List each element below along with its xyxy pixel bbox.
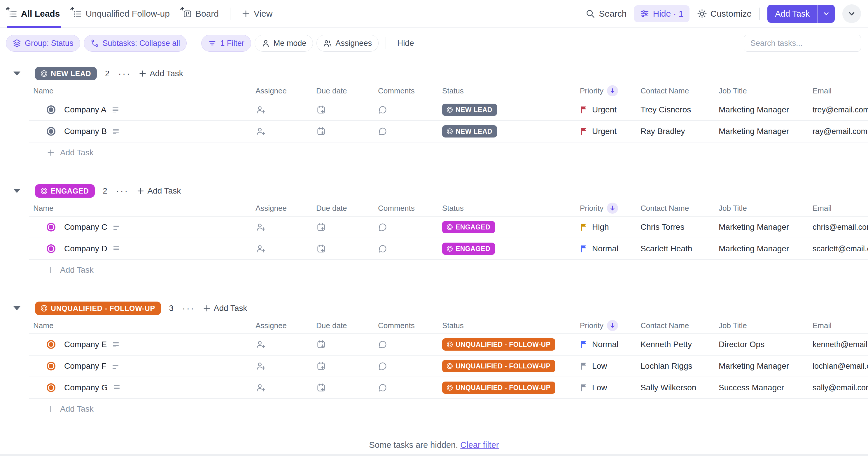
clear-filter-link[interactable]: Clear filter — [460, 440, 499, 450]
description-icon[interactable] — [112, 341, 120, 348]
column-priority[interactable]: Priority — [577, 203, 638, 214]
add-task-dropdown[interactable] — [818, 5, 835, 23]
contact-name-cell[interactable]: Kenneth Petty — [638, 340, 716, 349]
task-row[interactable]: Company C ENGAGED High Chris Torres Mark… — [29, 217, 868, 238]
due-date-add-icon[interactable] — [313, 383, 375, 393]
customize-button[interactable]: Customize — [697, 9, 752, 19]
column-contact-name[interactable]: Contact Name — [638, 204, 716, 213]
email-cell[interactable]: scarlett@email.com — [810, 244, 868, 253]
task-name[interactable]: Company G — [64, 383, 107, 392]
task-row[interactable]: Company E UNQUALIFIED - FOLLOW-UP Normal… — [29, 334, 868, 355]
description-icon[interactable] — [112, 106, 119, 114]
column-due-date[interactable]: Due date — [313, 86, 375, 95]
task-row[interactable]: Company D ENGAGED Normal Scarlett Heath … — [29, 238, 868, 260]
collapse-header-button[interactable] — [842, 4, 861, 23]
due-date-add-icon[interactable] — [313, 126, 375, 136]
sort-descending-icon[interactable] — [607, 320, 618, 331]
task-name[interactable]: Company C — [64, 223, 107, 232]
email-cell[interactable]: trey@email.com — [810, 105, 868, 114]
sort-descending-icon[interactable] — [607, 85, 618, 96]
job-title-cell[interactable]: Marketing Manager — [716, 244, 810, 253]
column-assignee[interactable]: Assignee — [253, 86, 313, 95]
column-name[interactable]: Name — [29, 86, 253, 95]
search-tasks-input[interactable] — [744, 35, 861, 52]
status-badge[interactable]: ENGAGED — [442, 221, 495, 233]
collapse-group-icon[interactable] — [13, 306, 21, 310]
more-menu-icon[interactable]: ··· — [182, 303, 195, 314]
due-date-add-icon[interactable] — [313, 222, 375, 232]
group-status-badge[interactable]: UNQUALIFIED - FOLLOW-UP — [35, 302, 161, 315]
task-name[interactable]: Company B — [64, 127, 107, 136]
due-date-add-icon[interactable] — [313, 244, 375, 254]
tab-all-leads[interactable]: All Leads — [8, 0, 60, 27]
email-cell[interactable]: sally@email.com — [810, 383, 868, 392]
job-title-cell[interactable]: Marketing Manager — [716, 127, 810, 136]
assignee-add-icon[interactable] — [253, 244, 313, 254]
job-title-cell[interactable]: Success Manager — [716, 383, 810, 392]
task-row[interactable]: Company F UNQUALIFIED - FOLLOW-UP Low Lo… — [29, 355, 868, 377]
contact-name-cell[interactable]: Ray Bradley — [638, 127, 716, 136]
priority-cell[interactable]: Urgent — [577, 105, 638, 114]
task-status-icon[interactable] — [46, 244, 55, 253]
add-task-row[interactable]: Add Task — [29, 399, 868, 419]
description-icon[interactable] — [113, 245, 120, 253]
comment-icon[interactable] — [375, 105, 439, 114]
tab-unqualified-follow-up[interactable]: Unqualified Follow-up — [73, 0, 170, 27]
comment-icon[interactable] — [375, 362, 439, 371]
job-title-cell[interactable]: Marketing Manager — [716, 105, 810, 114]
description-icon[interactable] — [113, 384, 120, 392]
description-icon[interactable] — [112, 362, 119, 370]
tab-board[interactable]: Board — [183, 0, 219, 27]
task-status-icon[interactable] — [46, 340, 55, 349]
group-add-task-button[interactable]: Add Task — [138, 69, 183, 78]
status-badge[interactable]: NEW LEAD — [442, 125, 497, 138]
task-name[interactable]: Company F — [64, 362, 106, 371]
group-status-badge[interactable]: ENGAGED — [35, 184, 95, 198]
priority-cell[interactable]: Normal — [577, 244, 638, 253]
assignee-add-icon[interactable] — [253, 105, 313, 115]
priority-cell[interactable]: Low — [577, 383, 638, 392]
task-status-icon[interactable] — [46, 223, 55, 231]
task-status-icon[interactable] — [46, 383, 55, 392]
contact-name-cell[interactable]: Lochlan Riggs — [638, 362, 716, 371]
column-assignee[interactable]: Assignee — [253, 321, 313, 330]
group-by-pill[interactable]: Group: Status — [6, 35, 80, 52]
task-row[interactable]: Company B NEW LEAD Urgent Ray Bradley Ma… — [29, 121, 868, 142]
column-contact-name[interactable]: Contact Name — [638, 86, 716, 95]
task-row[interactable]: Company G UNQUALIFIED - FOLLOW-UP Low Sa… — [29, 377, 868, 399]
add-task-button[interactable]: Add Task — [767, 5, 835, 23]
email-cell[interactable]: kenneth@email.com — [810, 340, 868, 349]
email-cell[interactable]: lochlan@email.com — [810, 362, 868, 371]
sort-descending-icon[interactable] — [607, 203, 618, 214]
task-name[interactable]: Company D — [64, 244, 107, 253]
job-title-cell[interactable]: Director Ops — [716, 340, 810, 349]
task-name[interactable]: Company A — [64, 105, 106, 114]
description-icon[interactable] — [112, 127, 120, 135]
task-status-icon[interactable] — [46, 127, 55, 136]
add-task-row[interactable]: Add Task — [29, 260, 868, 280]
column-comments[interactable]: Comments — [375, 204, 439, 213]
group-status-badge[interactable]: NEW LEAD — [35, 67, 97, 80]
column-job-title[interactable]: Job Title — [716, 86, 810, 95]
hide-filters-button[interactable]: Hide — [397, 38, 414, 48]
column-status[interactable]: Status — [439, 321, 577, 330]
comment-icon[interactable] — [375, 244, 439, 253]
column-due-date[interactable]: Due date — [313, 204, 375, 213]
collapse-group-icon[interactable] — [13, 72, 21, 76]
search-button[interactable]: Search — [585, 9, 626, 19]
email-cell[interactable]: ray@email.com — [810, 127, 868, 136]
add-task-row[interactable]: Add Task — [29, 142, 868, 163]
task-name[interactable]: Company E — [64, 340, 107, 349]
email-cell[interactable]: chris@email.com — [810, 223, 868, 232]
collapse-group-icon[interactable] — [13, 189, 21, 193]
priority-cell[interactable]: Urgent — [577, 127, 638, 136]
column-comments[interactable]: Comments — [375, 321, 439, 330]
group-add-task-button[interactable]: Add Task — [136, 186, 181, 196]
column-assignee[interactable]: Assignee — [253, 204, 313, 213]
hide-fields-button[interactable]: Hide · 1 — [634, 5, 689, 22]
more-menu-icon[interactable]: ··· — [116, 186, 129, 197]
status-badge[interactable]: NEW LEAD — [442, 104, 497, 116]
status-badge[interactable]: UNQUALIFIED - FOLLOW-UP — [442, 338, 555, 351]
column-contact-name[interactable]: Contact Name — [638, 321, 716, 330]
add-view-button[interactable]: View — [242, 0, 272, 27]
